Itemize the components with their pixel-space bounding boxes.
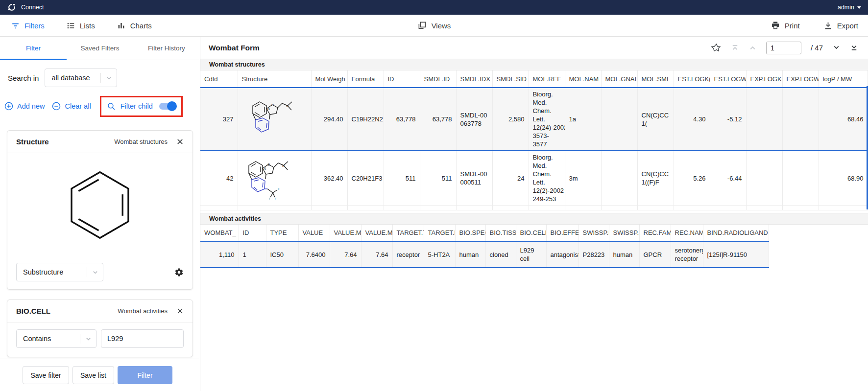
last-record-icon[interactable] [850,44,858,52]
clear-all-button[interactable]: Clear all [51,101,91,111]
plus-circle-icon [4,101,14,111]
column-header[interactable]: WOMBAT_ [200,225,239,241]
tab-filter[interactable]: Filter [0,37,67,60]
cell-mol-smi: CN(C)CC1((F)F [637,151,674,206]
column-header[interactable]: SMDL.IDX [456,70,492,87]
export-button[interactable]: Export [823,21,858,30]
column-header[interactable]: EXP.LOGK( [746,70,782,87]
filter-button[interactable]: Filter [118,366,172,384]
table-row[interactable]: 327 [200,88,868,151]
save-list-button[interactable]: Save list [72,366,114,384]
star-icon[interactable] [711,43,722,53]
views-button[interactable]: Views [417,21,451,30]
svg-text:N: N [267,107,270,111]
column-header[interactable]: TYPE [266,225,298,241]
column-header[interactable]: SWISSP.ID [579,225,609,241]
column-header[interactable]: MOL.REF [529,70,565,87]
structures-header-row: CdId Structure Mol Weigh Formula ID SMDL… [200,70,868,87]
cell-id: 1 [239,241,266,268]
column-header[interactable]: MOL.NAM [565,70,601,87]
page-number-input[interactable] [766,42,801,54]
column-header[interactable]: SMDL.SID [492,70,529,87]
svg-text:O: O [267,163,270,166]
close-icon[interactable] [176,138,184,145]
cell-est-logk: 4.05 [674,206,710,211]
previous-record-icon[interactable] [748,44,757,52]
column-header[interactable]: BIO.TISSUI [485,225,516,241]
lists-label: Lists [80,22,95,30]
activities-section-header: Wombat activities [200,213,868,225]
cell-exp-logk [746,206,782,211]
column-header[interactable]: ID [384,70,420,87]
column-header[interactable]: TARGET.N [424,225,455,241]
filter-child-toggle[interactable] [159,103,176,110]
column-header[interactable]: ID [239,225,266,241]
next-record-icon[interactable] [832,44,841,52]
tab-saved-filters[interactable]: Saved Filters [67,37,133,60]
column-header[interactable]: Structure [238,70,311,87]
column-header[interactable]: EST.LOGK( [674,70,710,87]
structure-filter-card: Structure Wombat structures [7,130,193,290]
column-header[interactable]: REC.FAMIL [639,225,671,241]
column-header[interactable]: SMDL.ID [420,70,456,87]
views-icon [417,21,427,30]
column-header[interactable]: TARGET.TY [392,225,424,241]
filter-actions-row: Add new Clear all Filter child [0,92,200,120]
cell-bio-tissue: cloned [485,241,516,268]
column-header[interactable]: Formula [347,70,384,87]
cell-smdl-id: 511 [420,151,456,206]
column-header[interactable]: CdId [200,70,238,87]
column-header[interactable]: REC.NAMI [671,225,703,241]
column-header[interactable]: logP / MW [819,70,868,87]
filter-sidebar: Filter Saved Filters Filter History Sear… [0,37,200,391]
gear-icon[interactable] [174,268,184,277]
cell-smdl-idx: SMDL-00000512 [456,206,492,211]
column-header[interactable]: BIND.RADIOLIGAND [703,225,769,241]
operator-value: Contains [17,335,51,343]
search-mode-select[interactable]: Substructure [16,263,103,281]
column-header[interactable]: VALUE [298,225,330,241]
print-button[interactable]: Print [771,21,800,30]
list-icon [66,21,75,30]
first-record-icon[interactable] [731,44,739,52]
structures-table-body: 327 [200,87,868,210]
add-new-button[interactable]: Add new [4,101,45,111]
database-select[interactable]: all database [45,69,117,87]
lists-button[interactable]: Lists [66,21,95,30]
operator-select[interactable]: Contains [16,329,96,348]
column-header[interactable]: BIO.CELL [516,225,546,241]
activities-header-row: WOMBAT_ ID TYPE VALUE VALUE.MII VALUE.MA… [200,225,769,241]
sidebar-tabs: Filter Saved Filters Filter History [0,37,200,60]
tab-filter-history[interactable]: Filter History [133,37,200,60]
column-header[interactable]: Mol Weigh [311,70,347,87]
column-header[interactable]: MOL.GNAI [601,70,637,87]
cell-mol-ref: Bioorg. Med. Chem. Lett. 12(24)-2002 357… [529,88,565,151]
cell-mol-gnai [601,88,637,151]
column-header[interactable]: VALUE.MA [361,225,392,241]
cell-value-min: 7.64 [330,241,361,268]
activities-table: WOMBAT_ ID TYPE VALUE VALUE.MII VALUE.MA… [200,225,769,268]
table-row[interactable]: 43 O N N [200,206,868,211]
charts-button[interactable]: Charts [117,21,152,30]
structure-canvas[interactable] [7,153,193,257]
table-row[interactable]: 42 [200,151,868,206]
column-header[interactable]: EST.LOGW [710,70,746,87]
table-row[interactable]: 1,110 1 IC50 7.6400 7.64 7.64 receptor 5… [200,241,769,268]
cell-cdid: 42 [200,151,238,206]
column-header[interactable]: MOL.SMI [637,70,674,87]
filters-button[interactable]: Filters [11,21,45,30]
biocell-card-table-label: Wombat activities [118,307,168,315]
save-filter-button[interactable]: Save filter [23,366,69,384]
biocell-value-input[interactable] [101,329,184,348]
cell-exp-logk [746,88,782,151]
column-header[interactable]: EXP.LOGW [782,70,819,87]
cell-smdl-idx: SMDL-00000511 [456,151,492,206]
export-label: Export [837,22,858,30]
column-header[interactable]: BIO.SPECI [455,225,485,241]
cell-swissp-sf: human [609,241,639,268]
column-header[interactable]: BIO.EFFEC [546,225,579,241]
column-header[interactable]: SWISSP.SF [609,225,639,241]
close-icon[interactable] [176,307,184,315]
user-menu[interactable]: admin [838,4,861,11]
column-header[interactable]: VALUE.MII [330,225,361,241]
